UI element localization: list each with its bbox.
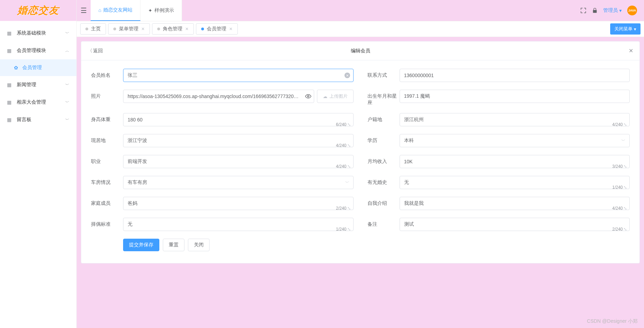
reset-button[interactable]: 重置 [163, 239, 184, 251]
hw-label: 身高体重 [91, 113, 123, 122]
close-menu-button[interactable]: 关闭菜单 ▾ [610, 23, 641, 35]
criteria-input[interactable] [123, 218, 354, 231]
char-count: 2/240⤡ [612, 227, 627, 232]
user-menu[interactable]: 管理员 ▾ [603, 7, 622, 14]
close-icon[interactable]: ✕ [141, 27, 145, 31]
lock-icon[interactable] [592, 8, 598, 13]
asset-select[interactable] [123, 176, 354, 189]
sidebar-item-system[interactable]: ▦ 系统基础模块 ﹀ [0, 24, 76, 42]
contact-label: 联系方式 [368, 69, 400, 78]
close-icon[interactable]: ✕ [629, 47, 633, 54]
char-count: 1/240⤡ [336, 227, 350, 232]
resize-grip-icon[interactable]: ⤡ [347, 143, 351, 148]
hamburger-icon[interactable]: ☰ [77, 6, 91, 15]
sidebar-item-member-manage[interactable]: ✿ 会员管理 [0, 59, 76, 76]
edu-label: 学历 [368, 134, 400, 143]
eye-icon[interactable] [305, 93, 311, 99]
residence-input[interactable] [123, 134, 354, 147]
job-input[interactable] [123, 155, 354, 168]
sidebar-submenu: ✿ 会员管理 [0, 59, 76, 76]
page-tab-member-manage[interactable]: 会员管理 ✕ [196, 23, 238, 35]
watermark: CSDN @Designer 小郑 [587, 318, 638, 325]
user-name: 管理员 [603, 7, 618, 14]
chevron-down-icon: ﹀ [65, 82, 69, 88]
remark-input[interactable] [400, 218, 630, 231]
hukou-label: 户籍地 [368, 113, 400, 122]
resize-grip-icon[interactable]: ⤡ [623, 164, 627, 169]
sidebar: 婚恋交友 ▦ 系统基础模块 ﹀ ▦ 会员管理模块 ︿ ✿ 会员管理 ▦ 新闻管 [0, 0, 77, 328]
char-count: 4/240⤡ [336, 143, 350, 148]
top-tab-demo[interactable]: ✦ 样例演示 [141, 0, 182, 21]
close-menu-label: 关闭菜单 [614, 26, 632, 32]
resize-grip-icon[interactable]: ⤡ [623, 206, 627, 211]
panel: 〈 返回 编辑会员 ✕ 会员姓名 ✕ [81, 41, 640, 263]
sidebar-item-label: 相亲大会管理 [17, 99, 65, 105]
chevron-down-icon: ▾ [634, 27, 636, 32]
photo-url-input[interactable] [123, 90, 314, 103]
avatar[interactable]: JAVA [627, 6, 637, 15]
close-icon[interactable]: ✕ [185, 27, 189, 31]
marriage-label: 有无婚史 [368, 176, 400, 185]
family-label: 家庭成员 [91, 197, 123, 206]
main-area: ☰ ⌂ 婚恋交友网站 ✦ 样例演示 管 [77, 0, 644, 328]
sidebar-item-label: 会员管理模块 [17, 47, 65, 54]
contact-input[interactable] [400, 69, 630, 82]
hukou-input[interactable] [400, 113, 630, 126]
page-tab-label: 主页 [91, 26, 101, 32]
job-label: 职业 [91, 155, 123, 164]
sidebar-item-label: 留言板 [17, 117, 65, 123]
resize-grip-icon[interactable]: ⤡ [347, 122, 351, 127]
resize-grip-icon[interactable]: ⤡ [623, 122, 627, 127]
resize-grip-icon[interactable]: ⤡ [347, 206, 351, 211]
page-tab-home[interactable]: 主页 [80, 23, 106, 35]
income-input[interactable] [400, 155, 630, 168]
resize-grip-icon[interactable]: ⤡ [347, 227, 351, 232]
sidebar-item-member[interactable]: ▦ 会员管理模块 ︿ [0, 42, 76, 59]
intro-input[interactable] [400, 197, 630, 210]
criteria-label: 择偶标准 [91, 218, 123, 227]
close-icon[interactable]: ✕ [229, 27, 233, 31]
tab-dot [157, 28, 160, 30]
sidebar-menu: ▦ 系统基础模块 ﹀ ▦ 会员管理模块 ︿ ✿ 会员管理 ▦ 新闻管理 ﹀ [0, 21, 76, 328]
marriage-input[interactable] [400, 176, 630, 189]
asset-label: 车房情况 [91, 176, 123, 185]
member-form: 会员姓名 ✕ 联系方式 [81, 60, 639, 263]
name-input[interactable] [123, 69, 354, 82]
resize-grip-icon[interactable]: ⤡ [623, 185, 627, 190]
resize-grip-icon[interactable]: ⤡ [347, 164, 351, 169]
top-tabs: ⌂ 婚恋交友网站 ✦ 样例演示 [91, 0, 182, 21]
gear-icon: ✿ [14, 65, 20, 70]
fullscreen-icon[interactable] [580, 7, 586, 14]
tab-dot [201, 28, 204, 30]
topbar-right: 管理员 ▾ JAVA [580, 6, 637, 15]
sidebar-item-matchmaking[interactable]: ▦ 相亲大会管理 ﹀ [0, 94, 76, 111]
close-button[interactable]: 关闭 [188, 239, 210, 251]
sidebar-item-label: 会员管理 [22, 65, 42, 71]
grid-icon: ▦ [7, 82, 13, 88]
grid-icon: ▦ [7, 30, 13, 36]
submit-button[interactable]: 提交并保存 [123, 239, 159, 251]
chevron-down-icon: ﹀ [65, 99, 69, 105]
sidebar-item-guestbook[interactable]: ▦ 留言板 ﹀ [0, 111, 76, 128]
birth-input[interactable] [400, 90, 630, 103]
back-button[interactable]: 〈 返回 [88, 48, 103, 54]
char-count: 2/240⤡ [336, 206, 350, 211]
hw-input[interactable] [123, 113, 354, 126]
logo-text: 婚恋交友 [17, 4, 59, 17]
chevron-left-icon: 〈 [88, 48, 92, 54]
grid-icon: ▦ [7, 99, 13, 105]
page-tab-role-manage[interactable]: 角色管理 ✕ [152, 23, 194, 35]
resize-grip-icon[interactable]: ⤡ [623, 227, 627, 232]
char-count: 3/240⤡ [612, 164, 627, 169]
page-tab-menu-manage[interactable]: 菜单管理 ✕ [108, 23, 150, 35]
sidebar-item-news[interactable]: ▦ 新闻管理 ﹀ [0, 76, 76, 94]
remark-label: 备注 [368, 218, 400, 227]
upload-button[interactable]: ☁ 上传图片 [317, 90, 354, 103]
clear-icon[interactable]: ✕ [344, 73, 350, 78]
sparkle-icon: ✦ [148, 8, 152, 13]
family-input[interactable] [123, 197, 354, 210]
edu-select[interactable] [400, 134, 630, 147]
logo: 婚恋交友 [0, 0, 76, 21]
birth-label: 出生年月和星座 [368, 90, 400, 105]
top-tab-site[interactable]: ⌂ 婚恋交友网站 [91, 0, 141, 21]
